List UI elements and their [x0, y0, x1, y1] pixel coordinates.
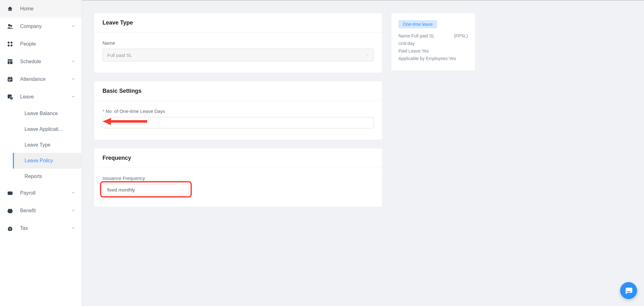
info-applicable: Applicable by Employees: Yes [398, 56, 468, 61]
svg-rect-13 [8, 80, 11, 81]
schedule-icon [6, 58, 14, 65]
chevron-down-icon [71, 208, 75, 214]
sidebar-item-people[interactable]: People [0, 35, 81, 53]
sidebar-item-company[interactable]: Company [0, 18, 81, 35]
sidebar-item-label: Home [20, 6, 75, 12]
info-card: One-time leave Name: Full paid SL (FPSL)… [391, 13, 475, 70]
benefit-icon [6, 207, 14, 214]
leave-submenu: Leave Balance Leave Applicati… Leave Typ… [0, 106, 81, 184]
sidebar-item-label: Attendance [20, 76, 71, 82]
card-title: Leave Type [103, 19, 374, 26]
sidebar-item-label: Schedule [20, 59, 71, 64]
svg-rect-4 [8, 45, 10, 47]
sidebar-item-label: Payroll [20, 190, 71, 196]
frequency-card: Frequency Issuance Frequency fixed month… [94, 148, 382, 207]
sub-item-reports[interactable]: Reports [14, 169, 81, 184]
sidebar-item-leave[interactable]: Leave [0, 88, 81, 106]
sub-item-leave-balance[interactable]: Leave Balance [14, 106, 81, 121]
chevron-down-icon [365, 53, 369, 58]
card-title: Frequency [103, 155, 374, 161]
card-body: Name Full paid SL [94, 33, 382, 73]
main-content: Leave Type Name Full paid SL Basic Setti… [82, 0, 644, 306]
issuance-select-value: fixed monthly [107, 187, 135, 192]
name-label: Name [103, 40, 374, 46]
name-select-value: Full paid SL [107, 53, 132, 58]
sidebar-item-label: Benefit [20, 208, 71, 214]
sidebar-item-benefit[interactable]: Benefit [0, 202, 81, 220]
card-header: Basic Settings [94, 81, 382, 101]
chevron-down-icon [71, 59, 75, 64]
svg-rect-7 [8, 61, 10, 64]
name-select: Full paid SL [103, 49, 374, 61]
sidebar-item-label: Company [20, 24, 71, 29]
chevron-up-icon [71, 94, 75, 100]
card-title: Basic Settings [103, 88, 374, 94]
basic-settings-card: Basic Settings *No. of One-time Leave Da… [94, 81, 382, 140]
info-unit: Unit: day [398, 41, 468, 46]
sub-item-leave-application[interactable]: Leave Applicati… [14, 121, 81, 137]
tax-icon: $ [6, 225, 14, 232]
svg-rect-11 [11, 77, 12, 78]
sidebar-item-home[interactable]: Home [0, 0, 81, 18]
sub-item-leave-type[interactable]: Leave Type [14, 137, 81, 153]
card-body: Issuance Frequency fixed monthly [94, 168, 382, 207]
chevron-down-icon [71, 24, 75, 29]
chat-icon [624, 286, 633, 295]
svg-rect-10 [8, 77, 9, 78]
leave-icon [6, 93, 14, 101]
issuance-label: Issuance Frequency [103, 175, 374, 181]
card-body: *No. of One-time Leave Days [94, 101, 382, 140]
info-panel: One-time leave Name: Full paid SL (FPSL)… [391, 13, 475, 297]
svg-rect-18 [11, 192, 13, 194]
home-icon [6, 5, 14, 13]
sidebar-item-label: Tax [20, 225, 71, 231]
payroll-icon [6, 189, 14, 197]
svg-rect-2 [8, 42, 10, 44]
chat-button[interactable] [620, 282, 637, 299]
svg-point-22 [11, 210, 13, 211]
sidebar-item-schedule[interactable]: Schedule [0, 53, 81, 70]
svg-point-0 [8, 24, 10, 26]
form-content: Leave Type Name Full paid SL Basic Setti… [94, 13, 382, 297]
svg-rect-5 [11, 45, 13, 47]
card-header: Leave Type [94, 13, 382, 33]
svg-point-1 [10, 25, 12, 27]
chevron-down-icon [71, 190, 75, 196]
info-paid: Paid Leave: Yes [398, 48, 468, 53]
svg-point-20 [8, 209, 10, 210]
attendance-icon [6, 75, 14, 83]
sub-item-leave-policy[interactable]: Leave Policy [13, 153, 81, 169]
sidebar-item-label: Leave [20, 94, 71, 100]
info-name: Name: Full paid SL (FPSL) [398, 33, 468, 38]
days-input[interactable] [103, 117, 374, 128]
sidebar: Home Company People Schedule Attendance [0, 0, 82, 306]
card-header: Frequency [94, 148, 382, 168]
required-marker: * [103, 108, 104, 114]
leave-type-card: Leave Type Name Full paid SL [94, 13, 382, 73]
svg-rect-9 [8, 77, 13, 81]
svg-rect-12 [8, 79, 12, 80]
sidebar-item-payroll[interactable]: Payroll [0, 184, 81, 202]
svg-rect-8 [10, 61, 13, 64]
sidebar-item-tax[interactable]: $ Tax [0, 220, 81, 237]
sidebar-item-label: People [20, 41, 75, 47]
issuance-select[interactable]: fixed monthly [103, 184, 189, 195]
svg-rect-6 [8, 59, 13, 61]
svg-rect-3 [10, 41, 13, 44]
chevron-down-icon [71, 225, 75, 231]
chevron-down-icon [71, 76, 75, 82]
people-icon [6, 40, 14, 48]
days-label: *No. of One-time Leave Days [103, 108, 374, 114]
svg-rect-23 [10, 209, 10, 210]
sidebar-item-attendance[interactable]: Attendance [0, 70, 81, 88]
company-icon [6, 23, 14, 30]
leave-type-badge: One-time leave [398, 20, 437, 28]
chevron-down-icon [180, 187, 184, 192]
